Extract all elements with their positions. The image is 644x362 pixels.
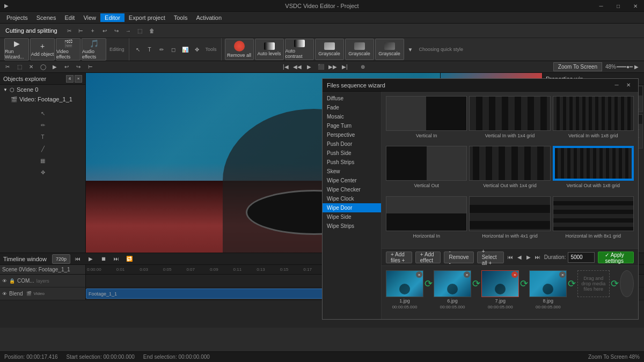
arrow-tool-btn[interactable]: ↖ — [38, 108, 48, 118]
remove-file-2[interactable]: × — [464, 271, 470, 278]
panel-close-button[interactable]: × — [75, 75, 82, 83]
bar-chart-btn[interactable]: ▦ — [38, 156, 48, 165]
thumb-vertical-out-8x8[interactable]: Vertical Out with 1x8 grid — [553, 146, 634, 194]
tl-prev[interactable]: ◀◀ — [292, 62, 303, 72]
thumb-horizontal-in-4x1[interactable]: Horizontal In with 4x1 grid — [469, 196, 550, 244]
transition-page-turn[interactable]: Page Turn — [323, 121, 381, 130]
tl-more[interactable]: ⊕ — [357, 62, 368, 72]
transition-push-side[interactable]: Push Side — [323, 149, 381, 158]
menu-view[interactable]: View — [79, 13, 100, 22]
transition-fade[interactable]: Fade — [323, 103, 381, 112]
file-thumb-1[interactable]: × 1.jpg 00:00:05.000 — [386, 270, 423, 309]
st-del[interactable]: ✕ — [26, 62, 36, 72]
redo-icon[interactable]: ↪ — [111, 25, 122, 36]
file-thumb-3[interactable]: × 7.jpg 00:00:05.000 — [481, 270, 519, 309]
menu-edit[interactable]: Edit — [60, 13, 79, 22]
add-object-button[interactable]: + Add object — [30, 38, 55, 61]
transition-diffuse[interactable]: Diffuse — [323, 94, 381, 103]
menu-export[interactable]: Export project — [125, 13, 170, 22]
transition-mosaic[interactable]: Mosaic — [323, 112, 381, 121]
video-effects-button[interactable]: 🎬 Video effects — [56, 38, 80, 61]
delete-icon[interactable]: 🗑 — [147, 25, 157, 36]
st-more1[interactable]: ⊢ — [85, 62, 96, 72]
add-effect-button[interactable]: + Add effect — [415, 252, 441, 263]
transition-skew[interactable]: Skew — [323, 167, 381, 176]
remove-file-1[interactable]: × — [416, 271, 422, 278]
tl-end[interactable]: ▶| — [339, 62, 350, 72]
wizard-minimize[interactable]: ─ — [611, 80, 622, 91]
audio-effects-button[interactable]: 🎵 Audio effects — [82, 38, 106, 61]
st-cut[interactable]: ✂ — [2, 62, 13, 72]
transition-wipe-strips[interactable]: Wipe Strips — [323, 221, 381, 231]
shapes-tool[interactable]: ◻ — [168, 44, 179, 55]
lock-icon[interactable]: 🔒 — [9, 278, 15, 284]
undo-icon[interactable]: ↩ — [99, 25, 110, 36]
run-wizard-button[interactable]: ▶ Run Wizard... — [4, 38, 29, 61]
st-arrow[interactable]: ◯ — [38, 62, 48, 72]
st-play[interactable]: ▶ — [49, 62, 60, 72]
line-tool-btn[interactable]: ╱ — [38, 144, 48, 153]
remove-file-4[interactable]: × — [559, 271, 566, 278]
thumb-horizontal-in[interactable]: Horizontal In — [386, 196, 467, 244]
menu-projects[interactable]: Projects — [2, 13, 32, 22]
apply-settings-button[interactable]: ✓ Apply settings — [598, 252, 634, 263]
menu-scenes[interactable]: Scenes — [32, 13, 61, 22]
thumb-horizontal-in-8x1[interactable]: Horizontal In with 8x1 grid — [553, 196, 634, 244]
transition-wipe-side[interactable]: Wipe Side — [323, 212, 381, 221]
auto-levels-button[interactable]: Auto levels — [255, 39, 284, 60]
file-thumb-2[interactable]: × 6.jpg 00:00:05.000 — [434, 270, 471, 309]
grayscale3-button[interactable]: Grayscale — [375, 39, 404, 60]
resolution-btn[interactable]: 720p — [52, 254, 70, 264]
thumb-vertical-in[interactable]: Vertical In — [386, 96, 467, 144]
arrow-icon[interactable]: → — [123, 25, 134, 36]
tl-snap[interactable]: |◀ — [280, 62, 291, 72]
tl-stop-btn[interactable]: ⏹ — [98, 254, 109, 264]
tl-play[interactable]: ▶ — [304, 62, 314, 72]
transition-wipe-door[interactable]: Wipe Door — [323, 203, 381, 212]
zoom-slider[interactable]: ━━━●━ — [619, 62, 630, 72]
transition-push-strips[interactable]: Push Strips — [323, 158, 381, 167]
close-button[interactable]: ✕ — [627, 0, 644, 12]
st-redo[interactable]: ↪ — [73, 62, 84, 72]
chart-tool[interactable]: 📊 — [180, 44, 191, 55]
footage-item[interactable]: 🎬 Video: Footage_1_1 — [0, 94, 85, 104]
add-icon[interactable]: + — [87, 25, 98, 36]
grayscale2-button[interactable]: Grayscale — [345, 39, 374, 60]
menu-editor[interactable]: Editor — [100, 13, 125, 22]
menu-tools[interactable]: Tools — [170, 13, 192, 22]
cut-icon[interactable]: ✂ — [64, 25, 75, 36]
pencil-tool-btn[interactable]: ✏ — [38, 120, 48, 130]
remove-button[interactable]: - Remove - — [444, 252, 473, 263]
transition-wipe-checker[interactable]: Wipe Checker — [323, 185, 381, 194]
remove-all-button[interactable]: Remove all — [225, 39, 254, 60]
maximize-button[interactable]: □ — [610, 0, 627, 12]
nav-next-button[interactable]: ▶ — [525, 252, 531, 263]
add-files-button[interactable]: + Add files + — [386, 252, 412, 263]
tl-next-btn[interactable]: ⏭ — [111, 254, 122, 264]
duration-input[interactable] — [568, 252, 595, 263]
move-btn[interactable]: ✥ — [38, 167, 48, 177]
tl-prev-btn[interactable]: ⏮ — [72, 254, 83, 264]
text-tool[interactable]: T — [144, 44, 155, 55]
st-undo[interactable]: ↩ — [61, 62, 72, 72]
transition-perspective[interactable]: Perspective — [323, 130, 381, 139]
drag-drop-area[interactable]: Drag and drop media files here — [577, 270, 610, 297]
tl-loop-btn[interactable]: 🔁 — [124, 254, 135, 264]
zoom-more[interactable]: ▶ — [631, 62, 642, 72]
select-icon[interactable]: ⬚ — [135, 25, 145, 36]
tl-stop[interactable]: ⬛ — [316, 62, 326, 72]
select-all-button[interactable]: + Select all + — [477, 252, 504, 263]
menu-activation[interactable]: Activation — [192, 13, 226, 22]
grayscale1-button[interactable]: Grayscale — [315, 39, 344, 60]
thumb-vertical-out-4x4[interactable]: Vertical Out with 1x4 grid — [469, 146, 550, 194]
tl-play-btn[interactable]: ▶ — [85, 254, 96, 264]
scene-0-item[interactable]: ▼ ⬡ Scene 0 — [0, 85, 85, 94]
wizard-close[interactable]: ✕ — [623, 80, 634, 91]
auto-contrast-button[interactable]: Auto contrast — [285, 39, 314, 60]
st-rect[interactable]: ⬚ — [14, 62, 25, 72]
transition-wipe-clock[interactable]: Wipe Clock — [323, 194, 381, 203]
eye-icon-video[interactable]: 👁 — [2, 291, 7, 297]
nav-last-button[interactable]: ⏭ — [535, 252, 541, 263]
more-styles-button[interactable]: ▼ — [405, 44, 416, 55]
tl-next[interactable]: ▶▶ — [327, 62, 338, 72]
